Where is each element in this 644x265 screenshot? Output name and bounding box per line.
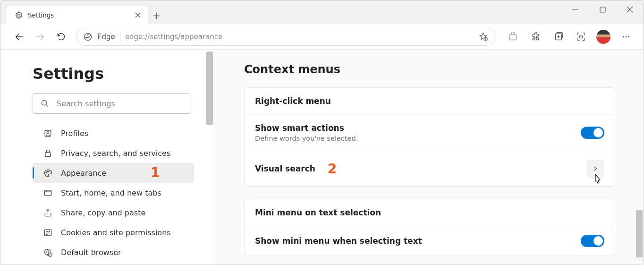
sidebar-item-label: Default browser [61, 248, 121, 257]
profile-icon [43, 128, 52, 138]
extensions-icon[interactable] [525, 28, 545, 46]
sidebar-item-label: Cookies and site permissions [61, 228, 171, 237]
svg-point-8 [626, 36, 627, 37]
search-settings-input[interactable]: Search settings [33, 93, 190, 114]
divider [120, 32, 120, 42]
section-title: Context menus [244, 63, 615, 76]
row-smart-actions: Show smart actions Define words you've s… [245, 115, 615, 151]
sidebar-item-label: Share, copy and paste [61, 208, 145, 217]
sidebar-item-label: Profiles [61, 129, 88, 138]
sidebar-item-default-browser[interactable]: Default browser [33, 242, 194, 262]
sliders-icon [43, 228, 52, 237]
forward-button[interactable] [32, 28, 49, 45]
row-description: Define words you've selected. [255, 135, 358, 142]
page-content: Settings Search settings Profiles Privac… [0, 50, 644, 265]
sidebar-item-label: Privacy, search, and services [61, 149, 170, 158]
browser-toolbar: Edge edge://settings/appearance [0, 24, 644, 50]
svg-rect-1 [600, 7, 605, 12]
svg-point-15 [47, 171, 48, 172]
svg-rect-18 [44, 230, 51, 236]
card-mini-menu: Mini menu on text selection Show mini me… [244, 199, 615, 256]
card-right-click: Right-click menu Show smart actions Defi… [244, 87, 615, 187]
svg-point-12 [47, 131, 49, 134]
svg-point-19 [49, 231, 50, 232]
sidebar-item-cookies[interactable]: Cookies and site permissions [33, 222, 194, 242]
annotation-1: 1 [151, 165, 160, 180]
lock-icon [43, 148, 52, 158]
row-right-click-menu: Right-click menu [245, 88, 615, 115]
address-bar[interactable]: Edge edge://settings/appearance [76, 28, 495, 46]
sidebar-item-share[interactable]: Share, copy and paste [33, 203, 194, 222]
screenshot-icon[interactable] [571, 28, 591, 46]
svg-rect-4 [509, 34, 516, 40]
svg-point-6 [579, 35, 582, 38]
row-show-mini-menu: Show mini menu when selecting text [245, 226, 615, 256]
sidebar-item-profiles[interactable]: Profiles [33, 123, 194, 143]
visual-search-expand[interactable] [586, 160, 604, 178]
row-title: Visual search [255, 164, 315, 173]
window-controls [561, 0, 644, 18]
row-title: Show smart actions [255, 123, 358, 133]
reload-button[interactable] [52, 28, 69, 45]
window-icon [43, 188, 52, 197]
minimize-button[interactable] [561, 0, 589, 18]
toolbar-icons [503, 28, 636, 46]
maximize-button[interactable] [589, 0, 616, 18]
sidebar-item-appearance[interactable]: Appearance 1 [33, 163, 194, 183]
annotation-2: 2 [328, 161, 337, 177]
profile-avatar[interactable] [593, 28, 613, 46]
share-icon [43, 208, 52, 217]
close-tab-icon[interactable] [135, 12, 141, 18]
site-identity-label: Edge [97, 33, 115, 41]
url-text: edge://settings/appearance [125, 33, 474, 41]
browser-tab[interactable]: Settings [6, 6, 148, 24]
more-menu-icon[interactable] [616, 28, 636, 46]
tab-title: Settings [28, 11, 130, 19]
page-scrollbar[interactable] [636, 210, 643, 257]
sidebar-items: Profiles Privacy, search, and services A… [33, 123, 194, 262]
svg-rect-13 [45, 152, 50, 156]
svg-point-7 [623, 36, 624, 37]
settings-title: Settings [33, 65, 194, 83]
search-placeholder: Search settings [57, 99, 115, 108]
new-tab-button[interactable] [148, 7, 165, 24]
row-title: Show mini menu when selecting text [255, 236, 422, 246]
mini-menu-toggle[interactable] [581, 235, 604, 247]
shopping-icon[interactable] [503, 28, 523, 46]
sidebar-scrollbar[interactable] [206, 51, 213, 125]
edge-logo-icon [83, 32, 93, 42]
svg-point-10 [42, 100, 47, 105]
sidebar-item-start[interactable]: Start, home, and new tabs [33, 183, 194, 203]
sidebar-item-label: Appearance [61, 169, 106, 178]
palette-icon [43, 168, 52, 178]
sidebar-item-label: Start, home, and new tabs [61, 188, 161, 197]
globe-check-icon [43, 248, 52, 257]
svg-rect-17 [44, 190, 51, 195]
favorite-icon[interactable] [478, 32, 488, 42]
row-visual-search[interactable]: Visual search 2 [245, 151, 615, 186]
settings-sidebar: Settings Search settings Profiles Privac… [0, 50, 213, 265]
gear-icon [15, 11, 23, 19]
collections-icon[interactable] [548, 28, 568, 46]
svg-point-9 [628, 36, 629, 37]
svg-point-14 [46, 172, 47, 173]
main-panel: Context menus Right-click menu Show smar… [213, 50, 644, 265]
row-title: Right-click menu [255, 96, 331, 106]
smart-actions-toggle[interactable] [581, 127, 604, 139]
sidebar-item-privacy[interactable]: Privacy, search, and services [33, 143, 194, 163]
svg-point-16 [48, 171, 49, 172]
title-bar: Settings [0, 0, 644, 24]
row-mini-menu-header: Mini menu on text selection [245, 199, 615, 226]
back-button[interactable] [11, 28, 28, 45]
close-window-button[interactable] [616, 0, 644, 18]
svg-point-0 [18, 14, 20, 17]
search-icon [41, 99, 49, 108]
row-title: Mini menu on text selection [255, 208, 381, 217]
